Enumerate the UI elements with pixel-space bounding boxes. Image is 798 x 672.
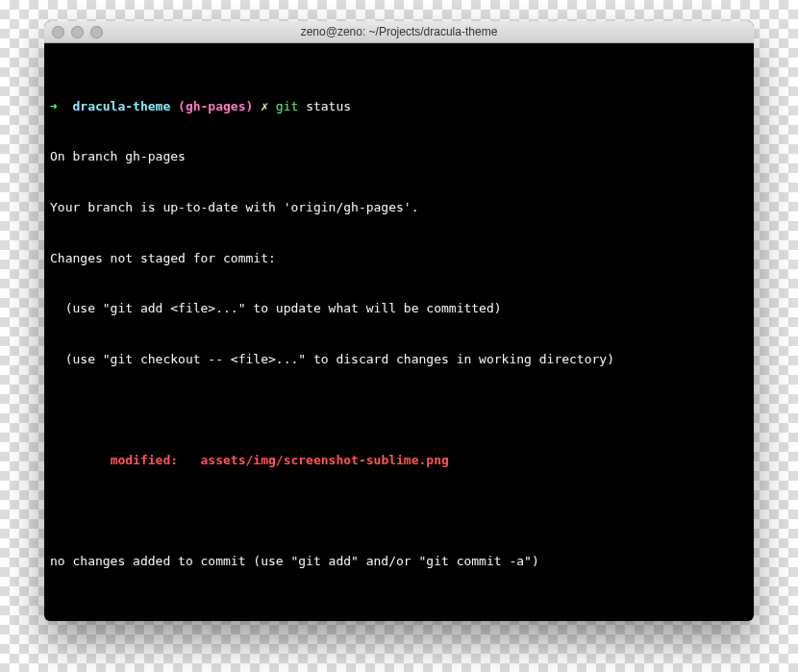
prompt-line: ➜ dracula-theme (gh-pages) ✗ git status xyxy=(50,98,748,115)
prompt-dir: dracula-theme xyxy=(72,99,170,113)
modified-label: modified: xyxy=(50,453,201,467)
cmd-git: git xyxy=(276,99,298,113)
output-line: Changes not staged for commit: xyxy=(50,250,748,267)
output-line: (use "git checkout -- <file>..." to disc… xyxy=(50,351,748,368)
branch-open: ( xyxy=(178,99,186,113)
blank-line xyxy=(50,401,748,418)
prompt-arrow-icon: ➜ xyxy=(50,99,58,113)
blank-line xyxy=(50,503,748,520)
output-line: On branch gh-pages xyxy=(50,148,748,165)
traffic-lights xyxy=(44,26,103,38)
close-icon[interactable] xyxy=(52,26,64,38)
output-line: Your branch is up-to-date with 'origin/g… xyxy=(50,199,748,216)
modified-file: assets/img/screenshot-sublime.png xyxy=(201,453,449,467)
output-modified: modified: assets/img/screenshot-sublime.… xyxy=(50,452,748,469)
zoom-icon[interactable] xyxy=(90,26,103,38)
terminal-window: zeno@zeno: ~/Projects/dracula-theme ➜ dr… xyxy=(44,21,754,621)
output-line: (use "git add <file>..." to update what … xyxy=(50,300,748,317)
prompt-branch: gh-pages xyxy=(186,99,246,113)
terminal-content[interactable]: ➜ dracula-theme (gh-pages) ✗ git status … xyxy=(44,43,754,621)
branch-close: ) xyxy=(246,99,254,113)
output-line: no changes added to commit (use "git add… xyxy=(50,553,748,570)
minimize-icon[interactable] xyxy=(71,26,84,38)
cmd-rest: status xyxy=(298,99,351,113)
window-title: zeno@zeno: ~/Projects/dracula-theme xyxy=(44,25,754,38)
titlebar[interactable]: zeno@zeno: ~/Projects/dracula-theme xyxy=(44,21,754,43)
dirty-icon: ✗ xyxy=(261,99,268,113)
